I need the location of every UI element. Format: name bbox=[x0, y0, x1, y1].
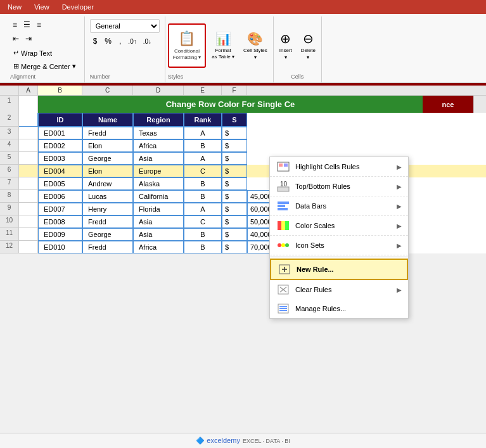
table-row: 10 ED008 Fredd Asia C $ 50,000 bbox=[0, 215, 486, 228]
new-rule-icon bbox=[278, 264, 291, 275]
alignment-group: ≡ ☰ ≡ ⇤ ⇥ ↵ Wrap Text ⊞ Merge & Center ▾… bbox=[5, 16, 85, 82]
data-bars-arrow: ▶ bbox=[397, 203, 402, 210]
menu-view[interactable]: View bbox=[32, 2, 52, 12]
format-table-label: Formatas Table ▾ bbox=[212, 48, 234, 60]
comma-btn[interactable]: , bbox=[116, 35, 124, 47]
clear-rules-icon bbox=[276, 284, 290, 295]
format-as-table-btn[interactable]: 📊 Formatas Table ▾ bbox=[208, 23, 238, 68]
top-bottom-icon: 10 bbox=[276, 181, 290, 192]
data-table: 2 ID Name Region Rank S 3 ED001 Fredd Te… bbox=[0, 113, 486, 253]
menu-item-manage-rules[interactable]: Manage Rules... bbox=[270, 299, 408, 318]
indent-increase-btn[interactable]: ⇥ bbox=[23, 33, 34, 44]
svg-rect-10 bbox=[285, 221, 289, 230]
delete-btn[interactable]: ⊖ Delete ▾ bbox=[298, 23, 319, 68]
cf-icon: 📋 bbox=[178, 30, 195, 47]
new-rule-label: New Rule... bbox=[297, 266, 400, 273]
ribbon: ≡ ☰ ≡ ⇤ ⇥ ↵ Wrap Text ⊞ Merge & Center ▾… bbox=[0, 14, 486, 83]
color-scales-label: Color Scales bbox=[295, 222, 392, 229]
top-bottom-arrow: ▶ bbox=[397, 183, 402, 190]
menu-item-highlight-cells[interactable]: Highlight Cells Rules ▶ bbox=[270, 157, 408, 177]
dec-decrease-btn[interactable]: .0↓ bbox=[141, 37, 154, 46]
table-row: 5 ED003 George Asia A $ bbox=[0, 152, 486, 165]
wrap-text-label: Wrap Text bbox=[21, 49, 52, 57]
menu-bar: New View Developer bbox=[0, 0, 486, 14]
dec-increase-btn[interactable]: .0↑ bbox=[125, 37, 139, 46]
merge-center-btn[interactable]: ⊞ Merge & Center ▾ bbox=[10, 60, 79, 72]
data-bars-icon bbox=[276, 200, 290, 212]
menu-item-clear-rules[interactable]: Clear Rules ▶ bbox=[270, 280, 408, 299]
table-row: 3 ED001 Fredd Texas A $ bbox=[0, 127, 486, 139]
styles-label: Styles bbox=[168, 74, 184, 80]
dollar-btn[interactable]: $ bbox=[90, 35, 101, 47]
menu-item-color-scales[interactable]: Color Scales ▶ bbox=[270, 216, 408, 236]
menu-item-icon-sets[interactable]: Icon Sets ▶ bbox=[270, 236, 408, 255]
th-name: Name bbox=[82, 113, 133, 127]
table-row: 8 ED006 Lucas California B $ 45,000 bbox=[0, 190, 486, 203]
wrap-text-icon: ↵ bbox=[13, 49, 19, 57]
manage-rules-label: Manage Rules... bbox=[295, 305, 402, 312]
cell-styles-icon: 🎨 bbox=[247, 31, 263, 46]
menu-item-data-bars[interactable]: Data Bars ▶ bbox=[270, 196, 408, 216]
align-left-btn[interactable]: ≡ bbox=[10, 19, 20, 30]
number-format-dropdown[interactable]: General bbox=[90, 19, 160, 33]
footer-tagline: EXCEL · DATA · BI bbox=[243, 438, 290, 444]
menu-item-new-rule[interactable]: New Rule... bbox=[270, 259, 408, 280]
cell-styles-btn[interactable]: 🎨 Cell Styles ▾ bbox=[240, 23, 271, 68]
insert-icon: ⊕ bbox=[280, 31, 291, 46]
menu-separator-1 bbox=[270, 257, 408, 257]
col-header-f: F bbox=[222, 86, 247, 95]
icon-sets-label: Icon Sets bbox=[295, 241, 392, 249]
svg-rect-3 bbox=[278, 187, 289, 191]
wrap-text-btn[interactable]: ↵ Wrap Text bbox=[10, 47, 79, 59]
clear-rules-label: Clear Rules bbox=[295, 286, 392, 293]
delete-label: Delete bbox=[301, 48, 316, 53]
th-id: ID bbox=[38, 113, 82, 127]
menu-item-top-bottom[interactable]: 10 Top/Bottom Rules ▶ bbox=[270, 177, 408, 196]
color-scales-arrow: ▶ bbox=[397, 222, 402, 229]
cells-group: ⊕ Insert ▾ ⊖ Delete ▾ Cells bbox=[274, 16, 322, 82]
delete-icon: ⊖ bbox=[303, 31, 314, 46]
icon-sets-icon bbox=[276, 240, 290, 251]
insert-btn[interactable]: ⊕ Insert ▾ bbox=[276, 23, 295, 68]
spreadsheet-title: Change Row Color For Single Ce bbox=[38, 96, 423, 113]
merge-dropdown-arrow: ▾ bbox=[72, 62, 76, 70]
table-row: 9 ED007 Henry Florida A $ 60,000 bbox=[0, 203, 486, 215]
svg-rect-7 bbox=[278, 208, 288, 210]
conditional-formatting-btn[interactable]: 📋 ConditionalFormatting ▾ bbox=[168, 23, 206, 68]
cell-styles-label: Cell Styles bbox=[243, 48, 267, 54]
svg-rect-21 bbox=[279, 306, 287, 307]
alignment-label: Alignment bbox=[10, 74, 35, 80]
svg-rect-9 bbox=[281, 221, 285, 230]
merge-icon: ⊞ bbox=[13, 62, 19, 70]
color-scales-icon bbox=[276, 220, 290, 231]
align-right-btn[interactable]: ≡ bbox=[34, 19, 44, 30]
insert-label: Insert bbox=[279, 48, 292, 53]
percent-btn[interactable]: % bbox=[101, 35, 115, 47]
col-header-c: C bbox=[82, 86, 133, 95]
highlight-cells-label: Highlight Cells Rules bbox=[295, 163, 392, 170]
merge-label: Merge & Center bbox=[21, 63, 70, 70]
svg-rect-1 bbox=[279, 163, 283, 167]
format-table-icon: 📊 bbox=[215, 31, 231, 46]
col-header-d: D bbox=[133, 86, 184, 95]
spreadsheet-area: A B C D E F 1 Change Row Color For Singl… bbox=[0, 86, 486, 253]
svg-rect-22 bbox=[279, 308, 287, 309]
icon-sets-arrow: ▶ bbox=[397, 242, 402, 249]
th-s: S bbox=[222, 113, 247, 127]
title-row: 1 Change Row Color For Single Ce nce bbox=[0, 96, 486, 113]
table-row: 4 ED002 Elon Africa B $ bbox=[0, 139, 486, 152]
col-header-g bbox=[247, 86, 486, 95]
align-center-btn[interactable]: ☰ bbox=[21, 19, 33, 30]
svg-point-11 bbox=[278, 243, 281, 247]
footer-logo: 🔷 exceldemy bbox=[196, 437, 240, 445]
menu-developer[interactable]: Developer bbox=[60, 2, 96, 12]
data-bars-label: Data Bars bbox=[295, 202, 392, 210]
table-row-ed004: 6 ED004 Elon Europe C $ bbox=[0, 165, 486, 177]
highlight-cells-arrow: ▶ bbox=[397, 163, 402, 170]
manage-rules-icon bbox=[276, 303, 290, 314]
menu-new[interactable]: New bbox=[5, 2, 24, 12]
indent-decrease-btn[interactable]: ⇤ bbox=[10, 33, 22, 44]
svg-rect-2 bbox=[284, 163, 288, 167]
number-group: General $ % , .0↑ .0↓ Number bbox=[85, 16, 165, 82]
svg-text:10: 10 bbox=[280, 181, 288, 188]
